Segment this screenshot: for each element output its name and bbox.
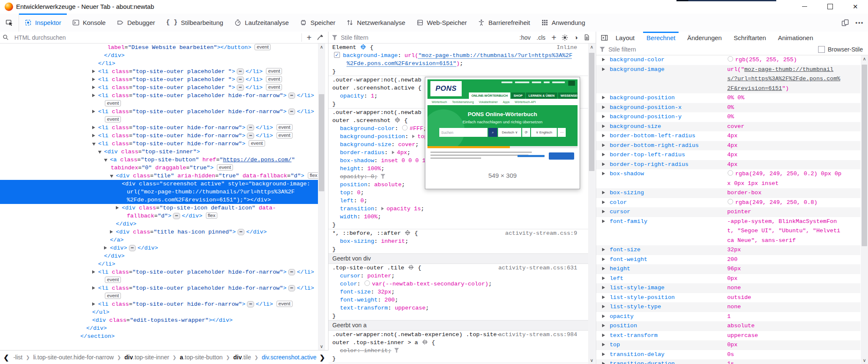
computed-property-row[interactable]: background-position-y0%	[596, 112, 860, 122]
tab-anwendung[interactable]: Anwendung	[536, 14, 591, 32]
tree-node[interactable]: event	[0, 276, 318, 284]
rule-line[interactable]: box-sizing: inherit;	[329, 237, 588, 245]
pseudo-class-toggle[interactable]: :hov	[520, 34, 531, 41]
highlight-selector-icon[interactable]	[422, 340, 427, 345]
expand-property-icon[interactable]	[602, 315, 605, 318]
tree-node[interactable]: fallback="d">⋯</div>flex	[0, 212, 318, 220]
scroll-up-icon[interactable]: ∧	[861, 55, 868, 62]
sidebar-tab-berechnet[interactable]: Berechnet	[641, 32, 681, 43]
computed-property-row[interactable]: list-style-positionoutside	[596, 293, 860, 303]
expand-node-icon[interactable]	[92, 134, 95, 137]
tree-node[interactable]: <div class="top-site-inner">	[0, 148, 318, 156]
breadcrumb-item[interactable]: li.top-site-outer.hide-for-narrow	[32, 354, 115, 361]
markup-scrollbar[interactable]: ∧ ∨	[318, 43, 325, 350]
event-badge[interactable]: event	[105, 293, 121, 299]
breadcrumb-scroll-left-icon[interactable]: ❮	[0, 353, 12, 361]
color-swatch[interactable]	[364, 280, 370, 286]
tree-node[interactable]: <li class="top-site-outer placeholder hi…	[0, 268, 318, 276]
browser-styles-checkbox[interactable]	[818, 46, 825, 53]
tree-node[interactable]: <div class="edit-topsites-wrapper"></div…	[0, 316, 318, 324]
expand-property-icon[interactable]	[602, 58, 605, 61]
overridden-filter-icon[interactable]	[394, 348, 399, 353]
tab-stilbearbeitung[interactable]: { }Stilbearbeitung	[161, 14, 229, 32]
expand-property-icon[interactable]	[602, 324, 605, 327]
rule-line[interactable]: }	[329, 312, 588, 320]
tree-node[interactable]: event	[0, 116, 318, 124]
expand-property-icon[interactable]	[602, 201, 605, 204]
expand-property-icon[interactable]	[602, 153, 605, 156]
tab-laufzeitanalyse[interactable]: Laufzeitanalyse	[229, 14, 294, 32]
expand-property-icon[interactable]	[602, 210, 605, 213]
rule-line[interactable]: left: 0;	[329, 197, 588, 205]
style-filter-input[interactable]: Stile filtern	[341, 34, 368, 41]
color-swatch[interactable]	[728, 56, 733, 62]
computed-property-row[interactable]: top0px	[596, 340, 860, 350]
tab-inspektor[interactable]: Inspektor	[19, 14, 67, 32]
collapsed-content-pill[interactable]: ⋯	[288, 92, 296, 99]
rule-line[interactable]: cursor: pointer;	[329, 272, 588, 280]
rule-line[interactable]: font-size: 32px;	[329, 288, 588, 296]
expand-property-icon[interactable]	[602, 305, 605, 308]
tree-node[interactable]: <li class="top-site-outer placeholder ">…	[0, 76, 318, 84]
dark-theme-icon[interactable]: ◑	[570, 33, 581, 43]
expand-property-icon[interactable]	[602, 220, 605, 223]
computed-property-row[interactable]: border-top-left-radius4px	[596, 150, 860, 160]
expand-property-icon[interactable]	[602, 286, 605, 289]
expand-property-icon[interactable]	[602, 267, 605, 270]
collapsed-content-pill[interactable]: ⋯	[129, 245, 136, 251]
url-link[interactable]: %2Fde.pons.com%2F&revision=6151"	[347, 60, 456, 67]
rule-line[interactable]: Element {Inline	[329, 43, 588, 52]
scrollbar-thumb[interactable]	[319, 94, 324, 191]
collapsed-content-pill[interactable]: ⋯	[247, 301, 254, 307]
computed-scrollbar[interactable]: ∧ ∨	[861, 55, 868, 364]
breadcrumb-scroll-right-icon[interactable]: ❯	[316, 353, 329, 361]
tree-node[interactable]: <div class="top-site-icon default-icon" …	[0, 204, 318, 212]
computed-property-row[interactable]: background-imageurl("moz-page-thumb://th…	[596, 65, 860, 94]
event-badge[interactable]: event	[217, 164, 233, 171]
computed-property-row[interactable]: height96px	[596, 264, 860, 274]
expand-node-icon[interactable]	[92, 94, 95, 97]
collapsed-content-pill[interactable]: ⋯	[247, 133, 254, 139]
expand-property-icon[interactable]	[602, 334, 605, 337]
pick-element-button[interactable]	[0, 14, 19, 32]
rule-line[interactable]: color: var(--newtab-text-secondary-color…	[329, 280, 588, 288]
breadcrumb-item[interactable]: div.tile	[233, 354, 252, 361]
tree-node[interactable]: </li>	[0, 60, 318, 68]
maximize-button[interactable]	[820, 0, 840, 13]
computed-property-row[interactable]: text-transformuppercase	[596, 331, 860, 341]
collapse-node-icon[interactable]	[92, 143, 96, 146]
tree-node[interactable]: <li class="top-site-outer hide-for-narro…	[0, 124, 318, 132]
expand-node-icon[interactable]	[92, 110, 95, 113]
sidebar-toggle-icon[interactable]	[599, 33, 610, 42]
expand-node-icon[interactable]	[92, 126, 95, 129]
tree-node[interactable]: <li class="top-site-outer placeholder hi…	[0, 108, 318, 116]
collapsed-content-pill[interactable]: ⋯	[247, 125, 254, 131]
tree-node[interactable]: <li class="top-site-outer hide-for-narro…	[0, 300, 318, 308]
tab-konsole[interactable]: Konsole	[67, 14, 111, 32]
expand-property-icon[interactable]	[602, 106, 605, 109]
computed-property-row[interactable]: font-family-apple-system, BlinkMacSystem…	[596, 217, 860, 246]
class-toggle[interactable]: .cls	[537, 34, 545, 41]
tree-node[interactable]: tabindex="0" draggable="true">event	[0, 164, 318, 172]
expand-property-icon[interactable]	[602, 248, 605, 251]
rule-line[interactable]: outer .top-site-inner > a {	[329, 339, 588, 347]
tab-netzwerkanalyse[interactable]: Netzwerkanalyse	[341, 14, 411, 32]
computed-property-row[interactable]: box-sizingborder-box	[596, 188, 860, 198]
minimize-button[interactable]	[795, 0, 814, 13]
rule-line[interactable]: }	[329, 221, 588, 229]
expand-value-icon[interactable]	[392, 151, 394, 154]
expand-value-icon[interactable]	[381, 207, 384, 210]
tree-node[interactable]: <li class="top-site-outer hide-for-narro…	[0, 140, 318, 148]
rule-line[interactable]: .top-site-outer .tile {activity-stream.c…	[329, 264, 588, 272]
rule-line[interactable]: top: 0;	[329, 189, 588, 197]
collapsed-content-pill[interactable]: ⋯	[288, 269, 296, 275]
add-rule-button[interactable]: +	[548, 33, 559, 43]
rule-line[interactable]: width: 100%;	[329, 213, 588, 221]
color-swatch[interactable]	[402, 125, 408, 130]
breadcrumb-item[interactable]: -list	[12, 354, 23, 361]
tree-node[interactable]: event	[0, 100, 318, 108]
rule-line[interactable]: text-transform: uppercase;	[329, 304, 588, 312]
tree-node[interactable]: <li class="top-site-outer placeholder ">…	[0, 68, 318, 76]
tree-node[interactable]: </div>	[0, 52, 318, 60]
expand-property-icon[interactable]	[602, 362, 605, 364]
